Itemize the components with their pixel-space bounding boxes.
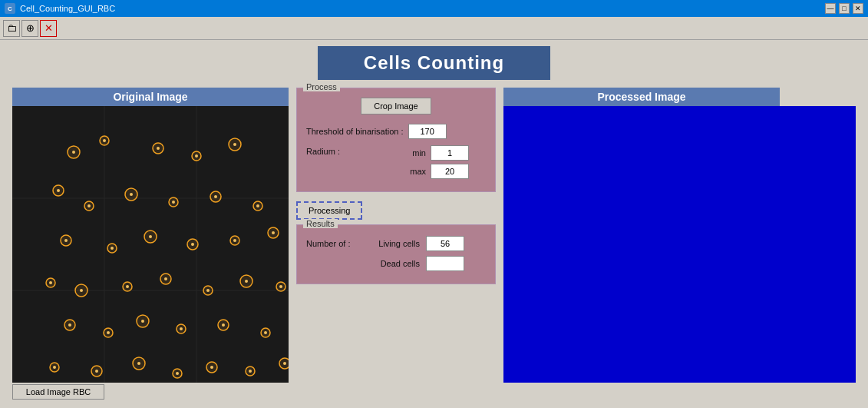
svg-point-48 — [240, 275, 252, 287]
svg-point-8 — [153, 143, 163, 154]
svg-point-22 — [210, 191, 221, 202]
svg-point-10 — [192, 151, 201, 161]
svg-point-28 — [107, 244, 117, 253]
minimize-button[interactable]: — — [825, 3, 836, 14]
load-image-button[interactable]: Load Image RBC — [12, 384, 104, 400]
grid-lines — [12, 106, 289, 383]
living-cells-input[interactable] — [426, 236, 464, 251]
threshold-row: Threshold of binarisation : — [306, 124, 486, 139]
svg-point-45 — [164, 277, 167, 280]
radium-min-row: min — [403, 145, 469, 161]
svg-point-65 — [53, 366, 56, 369]
toolbar-close-icon[interactable]: ✕ — [40, 20, 57, 37]
svg-point-71 — [176, 372, 179, 375]
svg-point-51 — [279, 285, 282, 288]
toolbar: 🗀 ⊕ ✕ — [0, 17, 868, 40]
svg-point-4 — [68, 146, 80, 158]
crop-image-button[interactable]: Crop Image — [361, 98, 431, 114]
svg-point-52 — [64, 320, 75, 330]
dead-cells-label: Dead cells — [366, 259, 420, 268]
svg-point-60 — [218, 320, 229, 330]
maximize-button[interactable]: □ — [839, 3, 850, 14]
svg-point-64 — [50, 363, 59, 372]
threshold-label: Threshold of binarisation : — [306, 127, 404, 136]
processing-button[interactable]: Processing — [296, 201, 362, 220]
svg-point-34 — [230, 236, 239, 245]
svg-point-61 — [222, 323, 225, 327]
original-image-label: Original Image — [12, 88, 289, 106]
process-legend: Process — [303, 82, 340, 91]
svg-point-49 — [245, 280, 248, 283]
processed-image-panel: Processed Image — [503, 88, 856, 383]
dead-cells-input[interactable] — [426, 256, 464, 271]
app-icon: C — [5, 3, 15, 14]
svg-point-16 — [84, 201, 94, 211]
svg-point-37 — [272, 231, 275, 234]
content-row: Original Image Load Image RBC Process Cr… — [12, 88, 856, 402]
svg-point-70 — [173, 369, 182, 378]
svg-point-72 — [206, 362, 217, 373]
svg-point-74 — [246, 367, 255, 376]
svg-point-47 — [206, 289, 210, 292]
svg-point-15 — [57, 189, 60, 192]
processed-image-label: Processed Image — [503, 88, 780, 106]
title-bar: C Cell_Counting_GUI_RBC — □ ✕ — [0, 0, 868, 17]
original-image-canvas — [12, 106, 289, 383]
radium-max-input[interactable] — [431, 164, 469, 179]
svg-point-30 — [144, 231, 157, 243]
svg-point-35 — [233, 239, 236, 242]
svg-point-19 — [130, 193, 133, 196]
svg-point-69 — [137, 362, 140, 365]
svg-point-32 — [187, 239, 198, 250]
svg-point-36 — [268, 227, 279, 238]
svg-point-9 — [157, 147, 160, 150]
pin-icon[interactable]: ⊕ — [21, 20, 38, 37]
open-icon[interactable]: 🗀 — [3, 20, 20, 37]
svg-point-11 — [195, 154, 198, 158]
svg-point-76 — [279, 358, 289, 369]
radium-section: Radium : min max — [306, 145, 486, 179]
svg-point-7 — [103, 139, 106, 142]
svg-point-29 — [111, 247, 114, 250]
svg-point-44 — [160, 274, 171, 284]
radium-label: Radium : — [306, 147, 398, 156]
window-title: Cell_Counting_GUI_RBC — [20, 4, 115, 13]
svg-point-62 — [261, 328, 270, 337]
svg-point-23 — [214, 195, 217, 198]
svg-point-5 — [72, 151, 75, 154]
dead-cells-row: Dead cells — [306, 256, 486, 271]
svg-point-38 — [46, 278, 55, 287]
app-title: Cells Counting — [318, 46, 550, 80]
original-image-panel: Original Image Load Image RBC — [12, 88, 289, 400]
results-legend: Results — [303, 219, 338, 228]
svg-point-14 — [53, 185, 64, 196]
svg-point-25 — [256, 204, 259, 207]
living-cells-row: Number of : Living cells — [306, 236, 486, 251]
processing-btn-wrapper: Processing — [296, 197, 496, 220]
svg-point-33 — [191, 243, 194, 246]
process-group: Process Crop Image Threshold of binarisa… — [296, 88, 496, 192]
svg-point-75 — [249, 370, 252, 373]
living-cells-label: Living cells — [366, 239, 420, 248]
svg-point-50 — [276, 282, 285, 291]
svg-point-55 — [107, 331, 110, 334]
close-button[interactable]: ✕ — [853, 3, 863, 14]
svg-point-27 — [64, 239, 68, 242]
min-label: min — [403, 148, 426, 158]
svg-point-17 — [87, 204, 91, 207]
svg-point-21 — [172, 201, 175, 204]
svg-point-66 — [91, 366, 102, 376]
svg-point-59 — [180, 327, 183, 330]
svg-point-57 — [141, 320, 144, 323]
svg-point-63 — [264, 331, 267, 334]
svg-point-31 — [149, 235, 152, 238]
processed-image-canvas — [503, 106, 856, 383]
app-title-wrapper: Cells Counting — [12, 46, 856, 80]
radium-inputs: min max — [403, 145, 469, 179]
svg-point-58 — [177, 324, 186, 333]
radium-min-input[interactable] — [431, 145, 469, 161]
svg-point-20 — [169, 197, 178, 207]
threshold-input[interactable] — [408, 124, 447, 139]
svg-point-24 — [253, 201, 262, 211]
svg-point-56 — [137, 315, 149, 327]
